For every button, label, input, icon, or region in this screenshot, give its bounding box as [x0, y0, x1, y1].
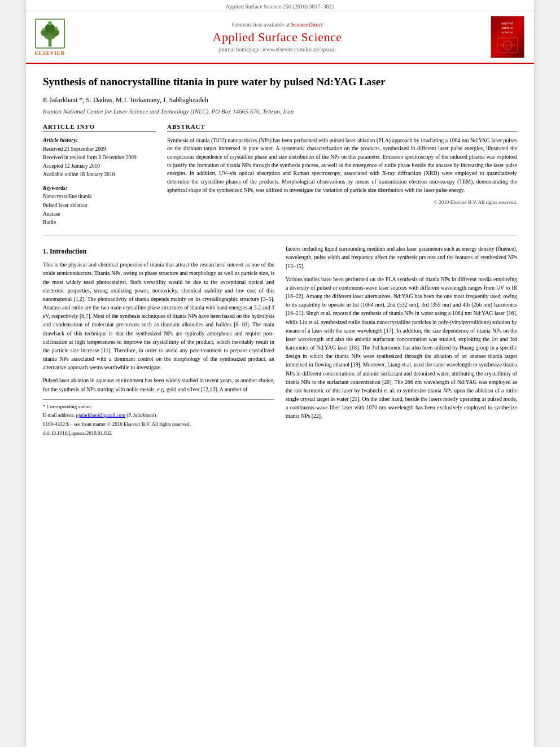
section1-title: 1. Introduction [43, 247, 274, 256]
available-date: Available online 18 January 2010 [43, 171, 156, 179]
email-label: E-mail address: [43, 412, 75, 418]
svg-rect-0 [49, 39, 52, 47]
abstract-header: abstract [167, 123, 517, 132]
article-dates: Received 21 September 2009 Received in r… [43, 145, 156, 180]
section1-right-para1: factors including liquid surrounding med… [286, 244, 517, 270]
footnote-corresponding: * Corresponding author. [43, 403, 274, 410]
journal-title: Applied Surface Science [65, 30, 489, 45]
main-right-column: factors including liquid surrounding med… [286, 244, 517, 438]
footnote-issn: 0169-4332/$ – see front matter © 2010 El… [43, 421, 274, 428]
footnote-doi: doi:10.1016/j.apsusc.2010.01.032 [43, 430, 274, 437]
sciencedirect-link: ScienceDirect [291, 21, 322, 28]
footnote-area: * Corresponding author. E-mail address: … [43, 399, 274, 436]
authors: P. Jafarkhani *, S. Dadras, M.J. Torkama… [43, 96, 517, 104]
abstract-text: Synthesis of titania (TiO2) nanoparticle… [167, 137, 517, 195]
keyword-1: Nanocrystalline titania [43, 193, 156, 201]
footnote-email: E-mail address: pjafarkhani@gmail.com (P… [43, 412, 274, 419]
history-label: Article history: [43, 137, 156, 143]
section1-para2: Pulsed laser ablation in aqueous environ… [43, 376, 274, 393]
elsevier-tree-icon [34, 18, 65, 49]
article-info-header: article info [43, 123, 156, 132]
journal-cover: applied surface science [489, 16, 526, 58]
keywords-label: Keywords: [43, 185, 156, 191]
section-divider [43, 235, 517, 236]
cover-box: applied surface science [491, 16, 524, 58]
keyword-4: Rutile [43, 219, 156, 227]
article-content: Synthesis of nanocrystalline titania in … [26, 64, 534, 449]
main-body-columns: 1. Introduction This is the physical and… [43, 244, 517, 438]
email-name: (P. Jafarkhani). [126, 412, 157, 418]
affiliation: Iranian National Centre for Laser Scienc… [43, 108, 517, 115]
sciencedirect-line: Contents lists available at ScienceDirec… [65, 21, 489, 28]
article-info-column: article info Article history: Received 2… [43, 123, 156, 228]
article-info-abstract-section: article info Article history: Received 2… [43, 123, 517, 228]
email-address[interactable]: pjafarkhani@gmail.com [76, 412, 125, 418]
svg-point-7 [48, 21, 52, 25]
keyword-3: Anatase [43, 210, 156, 219]
accepted-date: Accepted 12 January 2010 [43, 162, 156, 171]
article-title: Synthesis of nanocrystalline titania in … [43, 75, 517, 89]
page-container: Applied Surface Science 256 (2010) 3817–… [26, 0, 534, 747]
cover-graphic-icon [496, 37, 519, 54]
cover-line3: science [501, 30, 513, 34]
svg-point-6 [55, 27, 58, 30]
main-left-column: 1. Introduction This is the physical and… [43, 244, 274, 438]
received-revised-date: Received in revised form 8 December 2009 [43, 154, 156, 162]
abstract-column: abstract Synthesis of titania (TiO2) nan… [167, 123, 517, 228]
section1-para1: This is the physical and chemical proper… [43, 260, 274, 372]
keywords-list: Nanocrystalline titania Pulsed laser abl… [43, 193, 156, 227]
journal-ref: Applied Surface Science 256 (2010) 3817–… [225, 3, 334, 10]
elsevier-logo: ELSEVIER [34, 18, 65, 56]
journal-header: ELSEVIER Contents lists available at Sci… [26, 11, 534, 64]
cover-line2: surface [501, 25, 513, 30]
cover-line1: applied [501, 21, 513, 25]
svg-point-5 [42, 28, 46, 31]
keyword-2: Pulsed laser ablation [43, 202, 156, 210]
received-date: Received 21 September 2009 [43, 145, 156, 154]
copyright: © 2010 Elsevier B.V. All rights reserved… [167, 199, 517, 205]
journal-ref-bar: Applied Surface Science 256 (2010) 3817–… [26, 0, 534, 11]
journal-center: Contents lists available at ScienceDirec… [65, 21, 489, 53]
sciencedirect-text: Contents lists available at [231, 21, 289, 28]
elsevier-label: ELSEVIER [35, 50, 65, 56]
journal-homepage: journal homepage: www.elsevier.com/locat… [65, 46, 489, 53]
section1-right-para2: Various studies have been performed on t… [286, 275, 517, 421]
